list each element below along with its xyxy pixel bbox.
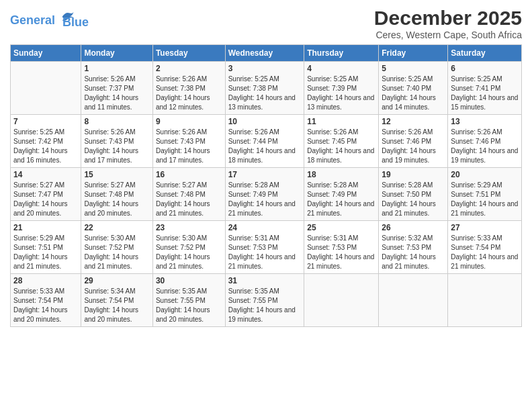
day-info: Sunrise: 5:26 AMSunset: 7:43 PMDaylight:… (156, 128, 222, 165)
day-number: 14 (13, 170, 78, 179)
day-number: 20 (451, 170, 519, 179)
day-cell: 29 Sunrise: 5:34 AMSunset: 7:54 PMDaylig… (81, 274, 152, 327)
day-info: Sunrise: 5:30 AMSunset: 7:52 PMDaylight:… (84, 234, 149, 271)
day-cell: 27 Sunrise: 5:33 AMSunset: 7:54 PMDaylig… (448, 221, 522, 274)
day-info: Sunrise: 5:25 AMSunset: 7:40 PMDaylight:… (382, 75, 445, 112)
day-cell: 1 Sunrise: 5:26 AMSunset: 7:37 PMDayligh… (81, 62, 152, 115)
day-cell: 9 Sunrise: 5:26 AMSunset: 7:43 PMDayligh… (152, 115, 225, 168)
day-number: 24 (228, 223, 302, 232)
day-number: 27 (451, 223, 519, 232)
day-number: 3 (228, 64, 302, 73)
day-number: 1 (84, 64, 149, 73)
day-number: 23 (156, 223, 222, 232)
day-cell: 4 Sunrise: 5:25 AMSunset: 7:39 PMDayligh… (304, 62, 379, 115)
day-number: 26 (382, 223, 445, 232)
day-info: Sunrise: 5:33 AMSunset: 7:54 PMDaylight:… (451, 234, 519, 271)
day-cell (304, 274, 379, 327)
logo: General Blue (10, 7, 89, 30)
day-info: Sunrise: 5:33 AMSunset: 7:54 PMDaylight:… (13, 287, 78, 324)
day-cell: 24 Sunrise: 5:31 AMSunset: 7:53 PMDaylig… (225, 221, 304, 274)
day-info: Sunrise: 5:28 AMSunset: 7:50 PMDaylight:… (382, 181, 445, 218)
day-number: 10 (228, 117, 302, 126)
day-cell: 16 Sunrise: 5:27 AMSunset: 7:48 PMDaylig… (152, 168, 225, 221)
day-number: 2 (156, 64, 222, 73)
day-info: Sunrise: 5:35 AMSunset: 7:55 PMDaylight:… (156, 287, 222, 324)
day-cell: 23 Sunrise: 5:30 AMSunset: 7:52 PMDaylig… (152, 221, 225, 274)
day-number: 13 (451, 117, 519, 126)
header-cell-saturday: Saturday (448, 45, 522, 62)
day-number: 11 (307, 117, 375, 126)
header-cell-sunday: Sunday (11, 45, 81, 62)
week-row-3: 14 Sunrise: 5:27 AMSunset: 7:47 PMDaylig… (11, 168, 522, 221)
day-number: 8 (84, 117, 149, 126)
day-cell: 20 Sunrise: 5:29 AMSunset: 7:51 PMDaylig… (448, 168, 522, 221)
header-cell-tuesday: Tuesday (152, 45, 225, 62)
header-cell-wednesday: Wednesday (225, 45, 304, 62)
day-cell: 5 Sunrise: 5:25 AMSunset: 7:40 PMDayligh… (379, 62, 448, 115)
day-info: Sunrise: 5:27 AMSunset: 7:48 PMDaylight:… (156, 181, 222, 218)
day-number: 5 (382, 64, 445, 73)
day-cell: 25 Sunrise: 5:31 AMSunset: 7:53 PMDaylig… (304, 221, 379, 274)
day-cell: 26 Sunrise: 5:32 AMSunset: 7:53 PMDaylig… (379, 221, 448, 274)
main-title: December 2025 (374, 7, 522, 30)
day-cell: 30 Sunrise: 5:35 AMSunset: 7:55 PMDaylig… (152, 274, 225, 327)
page: General Blue December 2025 Ceres, Wester… (0, 0, 532, 411)
day-cell: 12 Sunrise: 5:26 AMSunset: 7:46 PMDaylig… (379, 115, 448, 168)
day-number: 18 (307, 170, 375, 179)
day-info: Sunrise: 5:27 AMSunset: 7:47 PMDaylight:… (13, 181, 78, 218)
day-info: Sunrise: 5:28 AMSunset: 7:49 PMDaylight:… (228, 181, 302, 218)
day-number: 21 (13, 223, 78, 232)
day-number: 25 (307, 223, 375, 232)
day-cell (448, 274, 522, 327)
day-number: 12 (382, 117, 445, 126)
day-number: 22 (84, 223, 149, 232)
day-info: Sunrise: 5:26 AMSunset: 7:46 PMDaylight:… (382, 128, 445, 165)
day-cell: 13 Sunrise: 5:26 AMSunset: 7:46 PMDaylig… (448, 115, 522, 168)
day-cell: 10 Sunrise: 5:26 AMSunset: 7:44 PMDaylig… (225, 115, 304, 168)
header-cell-thursday: Thursday (304, 45, 379, 62)
day-info: Sunrise: 5:30 AMSunset: 7:52 PMDaylight:… (156, 234, 222, 271)
day-cell: 22 Sunrise: 5:30 AMSunset: 7:52 PMDaylig… (81, 221, 152, 274)
day-info: Sunrise: 5:28 AMSunset: 7:49 PMDaylight:… (307, 181, 375, 218)
sub-title: Ceres, Western Cape, South Africa (374, 30, 522, 40)
day-cell: 31 Sunrise: 5:35 AMSunset: 7:55 PMDaylig… (225, 274, 304, 327)
day-info: Sunrise: 5:26 AMSunset: 7:43 PMDaylight:… (84, 128, 149, 165)
day-info: Sunrise: 5:26 AMSunset: 7:37 PMDaylight:… (84, 75, 149, 112)
day-cell: 2 Sunrise: 5:26 AMSunset: 7:38 PMDayligh… (152, 62, 225, 115)
day-number: 30 (156, 276, 222, 285)
day-number: 19 (382, 170, 445, 179)
day-info: Sunrise: 5:26 AMSunset: 7:45 PMDaylight:… (307, 128, 375, 165)
week-row-4: 21 Sunrise: 5:29 AMSunset: 7:51 PMDaylig… (11, 221, 522, 274)
day-info: Sunrise: 5:34 AMSunset: 7:54 PMDaylight:… (84, 287, 149, 324)
day-info: Sunrise: 5:32 AMSunset: 7:53 PMDaylight:… (382, 234, 445, 271)
day-cell: 14 Sunrise: 5:27 AMSunset: 7:47 PMDaylig… (11, 168, 81, 221)
day-cell: 15 Sunrise: 5:27 AMSunset: 7:48 PMDaylig… (81, 168, 152, 221)
header: General Blue December 2025 Ceres, Wester… (10, 7, 522, 40)
day-cell (11, 62, 81, 115)
day-number: 4 (307, 64, 375, 73)
day-cell: 18 Sunrise: 5:28 AMSunset: 7:49 PMDaylig… (304, 168, 379, 221)
day-number: 16 (156, 170, 222, 179)
day-number: 28 (13, 276, 78, 285)
day-info: Sunrise: 5:29 AMSunset: 7:51 PMDaylight:… (13, 234, 78, 271)
day-cell: 11 Sunrise: 5:26 AMSunset: 7:45 PMDaylig… (304, 115, 379, 168)
day-cell: 8 Sunrise: 5:26 AMSunset: 7:43 PMDayligh… (81, 115, 152, 168)
day-cell: 7 Sunrise: 5:25 AMSunset: 7:42 PMDayligh… (11, 115, 81, 168)
week-row-1: 1 Sunrise: 5:26 AMSunset: 7:37 PMDayligh… (11, 62, 522, 115)
logo-line1: General (10, 13, 55, 27)
day-cell: 21 Sunrise: 5:29 AMSunset: 7:51 PMDaylig… (11, 221, 81, 274)
logo-line2: Blue (62, 16, 89, 30)
day-number: 7 (13, 117, 78, 126)
day-info: Sunrise: 5:25 AMSunset: 7:41 PMDaylight:… (451, 75, 519, 112)
day-number: 9 (156, 117, 222, 126)
week-row-5: 28 Sunrise: 5:33 AMSunset: 7:54 PMDaylig… (11, 274, 522, 327)
day-cell: 3 Sunrise: 5:25 AMSunset: 7:38 PMDayligh… (225, 62, 304, 115)
day-info: Sunrise: 5:29 AMSunset: 7:51 PMDaylight:… (451, 181, 519, 218)
day-cell: 17 Sunrise: 5:28 AMSunset: 7:49 PMDaylig… (225, 168, 304, 221)
header-cell-friday: Friday (379, 45, 448, 62)
calendar-table: SundayMondayTuesdayWednesdayThursdayFrid… (10, 44, 522, 327)
day-cell: 19 Sunrise: 5:28 AMSunset: 7:50 PMDaylig… (379, 168, 448, 221)
day-info: Sunrise: 5:26 AMSunset: 7:38 PMDaylight:… (156, 75, 222, 112)
day-cell: 28 Sunrise: 5:33 AMSunset: 7:54 PMDaylig… (11, 274, 81, 327)
week-row-2: 7 Sunrise: 5:25 AMSunset: 7:42 PMDayligh… (11, 115, 522, 168)
